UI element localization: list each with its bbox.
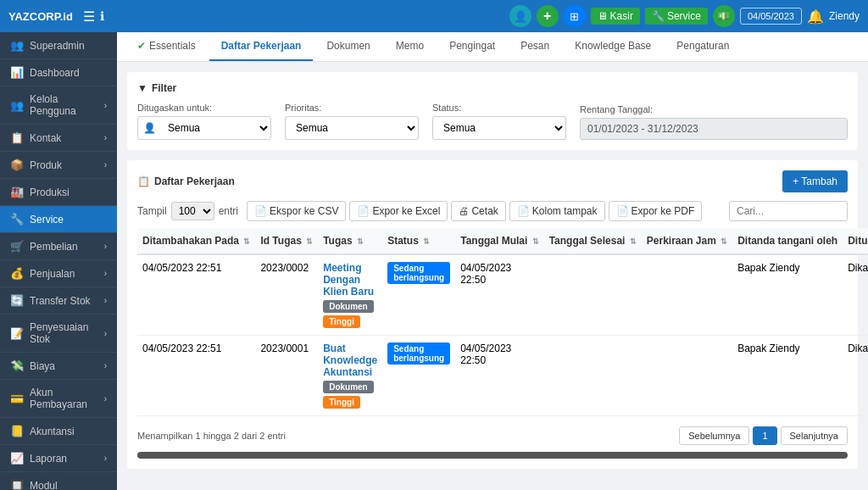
sidebar-label-pembelian: Pembelian <box>30 241 78 253</box>
assigned-select[interactable]: Semua <box>161 117 270 139</box>
sidebar: 👥 Superadmin 📊 Dashboard 👥 Kelola Penggu… <box>0 32 117 490</box>
col-added: Ditambahakan Pada ⇅ <box>137 228 255 254</box>
money-icon[interactable]: 💵 <box>713 5 735 27</box>
laporan-arrow: › <box>104 454 107 463</box>
person-circle-icon[interactable]: 👤 <box>509 5 531 27</box>
sidebar-item-kontak[interactable]: 📋 Kontak › <box>0 125 117 152</box>
task-badges-2: Dokumen Tinggi <box>323 381 377 409</box>
info-icon[interactable]: ℹ <box>100 9 104 23</box>
summary-text: Menampilkan 1 hingga 2 dari 2 entri <box>137 431 286 441</box>
sidebar-item-biaya[interactable]: 💸 Biaya › <box>0 353 117 380</box>
filter-date: Rentang Tanggal: 01/01/2023 - 31/12/2023 <box>580 104 848 140</box>
page-1-button[interactable]: 1 <box>753 426 776 445</box>
penjualan-arrow: › <box>104 269 107 278</box>
tab-daftar-pekerjaan[interactable]: Daftar Pekerjaan <box>209 32 314 61</box>
sidebar-item-modul[interactable]: 🔲 Modul <box>0 472 117 490</box>
sidebar-item-produksi[interactable]: 🏭 Produksi <box>0 179 117 206</box>
filter-row: Ditugaskan untuk: 👤 Semua Prioritas: Sem… <box>137 103 848 140</box>
col-assigned: Ditugaskan untuk <box>843 228 868 254</box>
horizontal-scrollbar[interactable] <box>137 452 848 459</box>
task-link-1[interactable]: Meeting Dengan Klien Baru <box>323 262 374 298</box>
main-content: ✔ Essentials Daftar Pekerjaan Dokumen Me… <box>117 32 868 490</box>
status-select[interactable]: Semua <box>432 116 566 140</box>
akuntansi-icon: 📒 <box>10 425 24 437</box>
menu-icon[interactable]: ☰ <box>83 8 95 25</box>
filter-section: ▼ Filter Ditugaskan untuk: 👤 Semua <box>127 72 858 150</box>
penjualan-icon: 💰 <box>10 267 24 280</box>
biaya-icon: 💸 <box>10 359 24 372</box>
data-table: Ditambahakan Pada ⇅ Id Tugas ⇅ Tugas ⇅ S… <box>137 228 868 416</box>
sidebar-label-dashboard: Dashboard <box>30 67 80 79</box>
cell-hours-1 <box>642 254 732 336</box>
sort-icon5: ⇅ <box>532 237 539 246</box>
sidebar-item-akun-pembayaran[interactable]: 💳 Akun Pembayaran › <box>0 380 117 418</box>
sidebar-item-laporan[interactable]: 📈 Laporan › <box>0 445 117 472</box>
date-range-value[interactable]: 01/01/2023 - 31/12/2023 <box>580 118 848 140</box>
table-controls: Tampil 100 50 25 entri 📄 Ekspor ke <box>137 201 848 221</box>
sort-icon3: ⇅ <box>357 237 364 246</box>
pdf-icon: 📄 <box>616 205 629 217</box>
sidebar-label-penjualan: Penjualan <box>30 268 75 280</box>
sidebar-item-produk[interactable]: 📦 Produk › <box>0 152 117 179</box>
sidebar-label-kontak: Kontak <box>30 132 61 144</box>
export-csv-button[interactable]: 📄 Ekspor ke CSV <box>247 201 346 221</box>
sidebar-item-akuntansi[interactable]: 📒 Akuntansi <box>0 418 117 445</box>
service-button[interactable]: 🔧 Service <box>645 8 708 25</box>
cell-signed-1: Bapak Ziendy <box>732 254 843 336</box>
brand-logo[interactable]: YAZCORP.id <box>8 10 73 23</box>
add-button[interactable]: + Tambah <box>782 170 848 192</box>
sidebar-item-pembelian[interactable]: 🛒 Pembelian › <box>0 233 117 260</box>
grid-circle-icon[interactable]: ⊞ <box>564 5 586 27</box>
assigned-label: Ditugaskan untuk: <box>137 103 271 113</box>
tab-pengaturan[interactable]: Pengaturan <box>665 32 741 61</box>
sidebar-item-superadmin[interactable]: 👥 Superadmin <box>0 32 117 59</box>
modul-icon: 🔲 <box>10 479 24 490</box>
badge-tinggi-2: Tinggi <box>323 396 360 409</box>
cell-added-2: 04/05/2023 22:51 <box>137 336 255 416</box>
sidebar-item-transfer-stok[interactable]: 🔄 Transfer Stok › <box>0 287 117 315</box>
sidebar-item-dashboard[interactable]: 📊 Dashboard <box>0 59 117 86</box>
tab-dokumen[interactable]: Dokumen <box>314 32 381 61</box>
top-navigation: YAZCORP.id ☰ ℹ 👤 + ⊞ 🖥 Kasir 🔧 Service 💵… <box>0 0 868 32</box>
kasir-button[interactable]: 🖥 Kasir <box>591 8 640 25</box>
priority-select[interactable]: Semua <box>285 116 419 140</box>
sidebar-label-superadmin: Superadmin <box>30 40 85 52</box>
sidebar-label-penyesuaian: Penyesuaian Stok <box>30 321 98 345</box>
export-pdf-button[interactable]: 📄 Expor ke PDF <box>609 201 703 221</box>
sort-icon4: ⇅ <box>423 237 430 246</box>
kontak-arrow: › <box>104 133 107 142</box>
prev-page-button[interactable]: Sebelumnya <box>679 426 749 445</box>
sidebar-label-kelola: Kelola Pengguna <box>30 93 98 117</box>
tab-essentials[interactable]: ✔ Essentials <box>125 32 208 61</box>
plus-circle-icon[interactable]: + <box>537 5 559 27</box>
columns-button[interactable]: 📄 Kolom tampak <box>509 201 605 221</box>
task-link-2[interactable]: Buat Knowledge Akuntansi <box>323 342 377 378</box>
sidebar-item-penyesuaian-stok[interactable]: 📝 Penyesuaian Stok › <box>0 315 117 353</box>
col-hours: Perkiraan Jam ⇅ <box>642 228 732 254</box>
filter-priority: Prioritas: Semua <box>285 103 419 140</box>
cell-finish-1 <box>544 254 642 336</box>
pagination-area: Menampilkan 1 hingga 2 dari 2 entri Sebe… <box>137 426 848 445</box>
dashboard-icon: 📊 <box>10 66 24 79</box>
tab-pesan[interactable]: Pesan <box>509 32 561 61</box>
tab-knowledge-base[interactable]: Knowledge Base <box>563 32 663 61</box>
entries-select[interactable]: 100 50 25 <box>171 202 214 220</box>
sidebar-label-transfer-stok: Transfer Stok <box>30 295 91 307</box>
print-button[interactable]: 🖨 Cetak <box>451 201 505 221</box>
sort-icon: ⇅ <box>243 237 250 246</box>
csv-icon: 📄 <box>254 205 267 217</box>
sidebar-item-service[interactable]: 🔧 Service <box>0 206 117 233</box>
tab-pengingat[interactable]: Pengingat <box>437 32 507 61</box>
export-excel-button[interactable]: 📄 Expor ke Excel <box>349 201 448 221</box>
status-badge-2: Sedang berlangsung <box>387 342 450 365</box>
next-page-button[interactable]: Selanjutnya <box>781 426 849 445</box>
page-content: ▼ Filter Ditugaskan untuk: 👤 Semua <box>117 62 868 479</box>
action-buttons: 📄 Ekspor ke CSV 📄 Expor ke Excel 🖨 Cetak <box>247 201 702 221</box>
sidebar-item-kelola-pengguna[interactable]: 👥 Kelola Pengguna › <box>0 86 117 125</box>
sidebar-item-penjualan[interactable]: 💰 Penjualan › <box>0 260 117 287</box>
cell-assigned-1: Dika <box>843 254 868 336</box>
notification-icon[interactable]: 🔔 <box>807 8 824 25</box>
user-name[interactable]: Ziendy <box>829 10 860 22</box>
search-input[interactable] <box>729 201 848 221</box>
tab-memo[interactable]: Memo <box>384 32 436 61</box>
